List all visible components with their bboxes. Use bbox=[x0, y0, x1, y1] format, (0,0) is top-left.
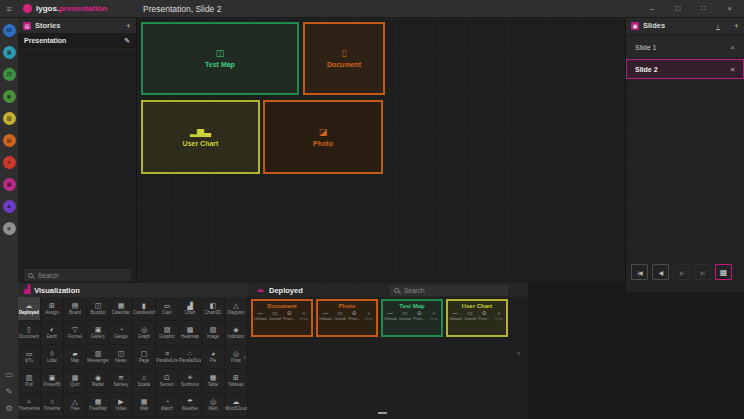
deployed-card[interactable]: Test Map — Unload ▭ Control bbox=[381, 299, 443, 337]
visualization-item[interactable]: ◧ Chart3D bbox=[202, 297, 225, 321]
visualization-item[interactable]: ○ Timeline bbox=[41, 393, 64, 417]
search-input[interactable] bbox=[36, 271, 127, 280]
visualization-item[interactable]: ☁ WordCloud bbox=[225, 393, 248, 417]
visualization-item[interactable]: ▰ Map bbox=[64, 345, 87, 369]
minimize-button[interactable]: – bbox=[650, 0, 654, 18]
visualization-item[interactable]: ◉ Radar bbox=[87, 369, 110, 393]
visualization-item[interactable]: ⊡ Sensor bbox=[156, 369, 179, 393]
visualization-item[interactable]: ◎ Web bbox=[202, 393, 225, 417]
canvas-tile[interactable]: ◪ Photo bbox=[263, 100, 383, 174]
visualization-item[interactable]: ◔ Gauge bbox=[110, 321, 133, 345]
deployed-search-input[interactable] bbox=[402, 286, 504, 295]
search-box[interactable] bbox=[24, 269, 131, 281]
visualization-item[interactable]: ⊞ Tableau bbox=[225, 369, 248, 393]
visualization-item[interactable]: ▥ Poll bbox=[18, 369, 41, 393]
visualization-item[interactable]: ▭ Cast bbox=[156, 297, 179, 321]
visualization-item[interactable]: ▣ PowerBI bbox=[41, 369, 64, 393]
unload-button[interactable]: — Unload bbox=[318, 310, 332, 321]
control-button[interactable]: ▭ Control bbox=[398, 310, 412, 321]
control-button[interactable]: ▭ Control bbox=[463, 310, 477, 321]
skip-start-button[interactable]: |◀ bbox=[631, 264, 648, 280]
visualization-item[interactable]: ◕ Pie bbox=[202, 345, 225, 369]
visualization-item[interactable]: ▨ Graphic bbox=[156, 321, 179, 345]
story-item[interactable]: Presentation ✎ bbox=[18, 33, 136, 49]
slide-canvas[interactable]: ◫ Test Map ▯ Document ▂▆▃ User Chart ◪ P… bbox=[137, 18, 625, 283]
unload-button[interactable]: — Unload bbox=[448, 310, 462, 321]
settings-gear-icon[interactable]: ⚙ bbox=[5, 405, 12, 413]
visualization-item[interactable]: ◊ Lidar bbox=[41, 345, 64, 369]
visualization-item[interactable]: ▦ TreeMap bbox=[87, 393, 110, 417]
app-icon-js[interactable]: JS bbox=[3, 68, 16, 81]
visualization-item[interactable]: ◫ News bbox=[110, 345, 133, 369]
visualization-item[interactable]: ◐ Earth bbox=[41, 321, 64, 345]
visualization-item[interactable]: △ Tree bbox=[64, 393, 87, 417]
app-icon-orange[interactable]: ▤ bbox=[3, 134, 16, 147]
step-forward-button[interactable]: |▶ bbox=[673, 264, 690, 280]
slide-close-icon[interactable]: × bbox=[730, 65, 735, 74]
unload-button[interactable]: — Unload bbox=[383, 310, 397, 321]
visualization-item[interactable]: ◈ Indicator bbox=[225, 321, 248, 345]
visualization-item[interactable]: ▦ Wall bbox=[133, 393, 156, 417]
deployed-card[interactable]: Photo — Unload ▭ Control bbox=[316, 299, 378, 337]
deployed-search-box[interactable] bbox=[390, 285, 508, 296]
visualization-item[interactable]: ▣ Gallery bbox=[87, 321, 110, 345]
drag-handle[interactable]: + Drag bbox=[427, 310, 441, 321]
visualization-item[interactable]: ▥ Messenger bbox=[87, 345, 110, 369]
slide-close-icon[interactable]: × bbox=[730, 43, 735, 52]
visualization-item[interactable]: ☀ Sunburst bbox=[179, 369, 202, 393]
app-icon-green[interactable]: ◉ bbox=[3, 90, 16, 103]
deployed-card[interactable]: Document — Unload ▭ Control bbox=[251, 299, 313, 337]
slide-item[interactable]: Slide 1 × bbox=[626, 37, 744, 57]
skip-end-button[interactable]: ▶| bbox=[694, 264, 711, 280]
preview-button[interactable]: ⊙ Previ... bbox=[347, 310, 361, 321]
canvas-tile[interactable]: ▯ Document bbox=[303, 22, 385, 95]
visualization-item[interactable]: ∴ ParallelScatter bbox=[179, 345, 202, 369]
bottom-resize-handle[interactable] bbox=[378, 412, 387, 414]
visualization-item[interactable]: ▤ Board bbox=[64, 297, 87, 321]
visualization-item[interactable]: ≈ Themeriver bbox=[18, 393, 41, 417]
step-back-button[interactable]: ◀| bbox=[652, 264, 669, 280]
menu-icon[interactable]: ≡ bbox=[0, 4, 18, 14]
visualization-item[interactable]: ◫ Boxplot bbox=[87, 297, 110, 321]
visualization-item[interactable]: ▯ Document bbox=[18, 321, 41, 345]
control-button[interactable]: ▭ Control bbox=[333, 310, 347, 321]
scroll-right-icon[interactable]: › bbox=[517, 349, 520, 358]
app-icon-purple[interactable]: ♟ bbox=[3, 200, 16, 213]
slide-item[interactable]: Slide 2 × bbox=[626, 59, 744, 79]
visualization-item[interactable]: ◔ Watch bbox=[156, 393, 179, 417]
app-icon-yellow[interactable]: ▨ bbox=[3, 112, 16, 125]
drag-handle[interactable]: + Drag bbox=[492, 310, 506, 321]
close-button[interactable]: × bbox=[727, 0, 732, 18]
app-icon-red[interactable]: ▼ bbox=[3, 156, 16, 169]
visualization-item[interactable]: ≡ ParallelLine bbox=[156, 345, 179, 369]
preview-button[interactable]: ⊙ Previ... bbox=[412, 310, 426, 321]
edit-story-icon[interactable]: ✎ bbox=[124, 37, 130, 45]
app-icon-teal[interactable]: ▣ bbox=[3, 46, 16, 59]
app-icon-gray[interactable]: ◆ bbox=[3, 222, 16, 235]
visualization-item[interactable]: ▢ Page bbox=[133, 345, 156, 369]
visualization-item[interactable]: ▶ Video bbox=[110, 393, 133, 417]
app-icon-magenta[interactable]: ▣ bbox=[3, 178, 16, 191]
drag-handle[interactable]: + Drag bbox=[362, 310, 376, 321]
unload-button[interactable]: — Unload bbox=[253, 310, 267, 321]
visualization-item[interactable]: ▟ Chart bbox=[179, 297, 202, 321]
canvas-tile[interactable]: ◫ Test Map bbox=[141, 22, 299, 95]
visualization-item[interactable]: ≋ Sankey bbox=[110, 369, 133, 393]
display-icon[interactable]: ▭ bbox=[5, 371, 13, 379]
visualization-item[interactable]: ▦ Table bbox=[202, 369, 225, 393]
download-slides-icon[interactable]: ↓ bbox=[716, 22, 720, 30]
visualization-item[interactable]: ☂ Weather bbox=[179, 393, 202, 417]
visualization-item[interactable]: ⊞ Assign bbox=[41, 297, 64, 321]
visualization-item[interactable]: △ Diagram bbox=[225, 297, 248, 321]
visualization-item[interactable]: ▮ Candlestick bbox=[133, 297, 156, 321]
grid-view-button[interactable]: ▦ bbox=[715, 264, 732, 280]
visualization-item[interactable]: ▩ Heatmap bbox=[179, 321, 202, 345]
preview-button[interactable]: ⊙ Previ... bbox=[477, 310, 491, 321]
visualization-item[interactable]: ▩ Quiz bbox=[64, 369, 87, 393]
visualization-item[interactable]: ▧ Image bbox=[202, 321, 225, 345]
control-button[interactable]: ▭ Control bbox=[268, 310, 282, 321]
preview-button[interactable]: ⊙ Previ... bbox=[282, 310, 296, 321]
visualization-item[interactable]: ▽ Funnel bbox=[64, 321, 87, 345]
canvas-tile[interactable]: ▂▆▃ User Chart bbox=[141, 100, 260, 174]
visualization-item[interactable]: ▭ IpTv bbox=[18, 345, 41, 369]
